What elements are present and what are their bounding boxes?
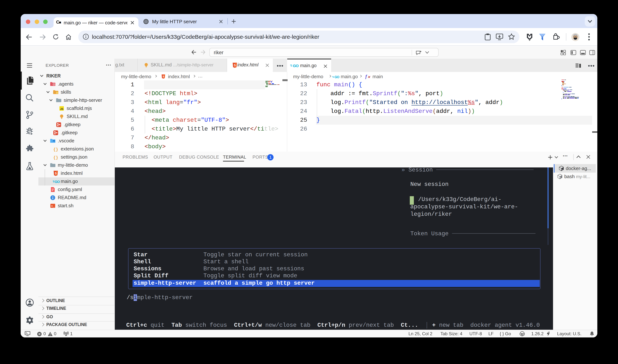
svg-text:>_: >_ — [51, 205, 55, 208]
svg-text:GO: GO — [293, 64, 299, 68]
svg-text:GO: GO — [55, 180, 60, 184]
svg-text:5: 5 — [234, 64, 235, 67]
svg-text:{}: {} — [53, 156, 58, 160]
svg-text:$_: $_ — [561, 169, 563, 170]
svg-text:$_: $_ — [560, 177, 562, 179]
svg-text:5: 5 — [163, 75, 164, 78]
svg-text:JS: JS — [60, 107, 63, 110]
svg-text:GO: GO — [334, 75, 339, 79]
svg-text:5: 5 — [55, 172, 56, 175]
svg-text:{}: {} — [53, 147, 58, 152]
